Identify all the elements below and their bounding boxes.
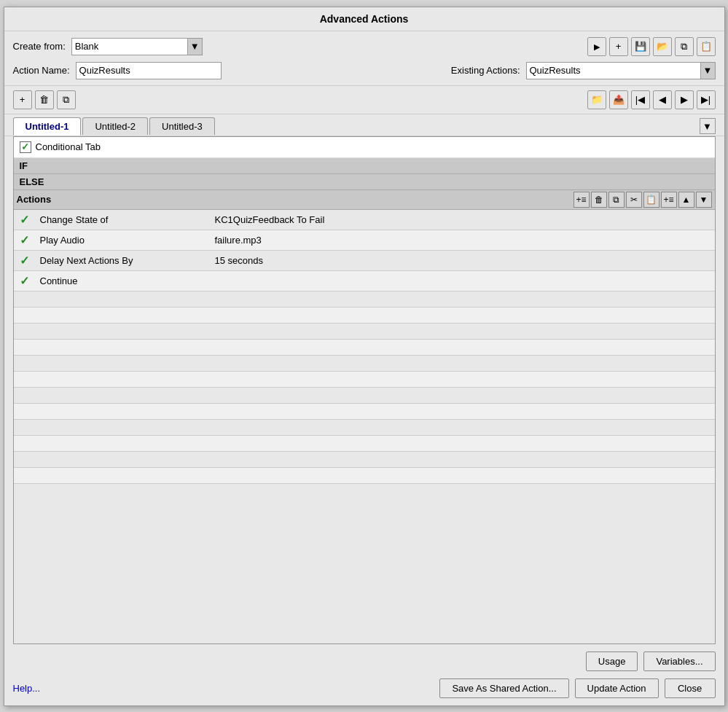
main-content: ✓ Conditional Tab IF ELSE Actions +≡ 🗑 [13, 136, 716, 644]
play-icon [594, 41, 600, 52]
open-button[interactable]: 📂 [653, 37, 672, 56]
action-name-cell: Change State of [36, 210, 211, 230]
empty-table-row [14, 467, 715, 483]
row-check: ✓ [14, 250, 36, 270]
bottom-area: Usage Variables... Help... Save As Share… [4, 644, 724, 705]
dialog-title: Advanced Actions [4, 7, 724, 31]
actions-paste-button[interactable]: 📋 [643, 192, 659, 208]
table-container[interactable]: ✓ Change State of KC1QuizFeedback To Fai… [14, 210, 715, 643]
row2: Action Name: Existing Actions: QuizResul… [4, 59, 724, 85]
save-as-shared-button[interactable]: Save As Shared Action... [439, 678, 568, 698]
toolbar-copy-button[interactable]: ⧉ [57, 90, 76, 109]
action-params-cell: 15 seconds [211, 250, 715, 270]
last-button[interactable]: ▶| [697, 90, 716, 109]
actions-delete-button[interactable]: 🗑 [591, 192, 607, 208]
action-name-cell: Play Audio [36, 230, 211, 250]
save-button[interactable]: 💾 [631, 37, 650, 56]
last-icon: ▶| [701, 94, 711, 105]
conditional-tab-label: Conditional Tab [36, 141, 101, 152]
add-action-button[interactable]: + [609, 37, 628, 56]
actions-table: ✓ Change State of KC1QuizFeedback To Fai… [14, 210, 715, 484]
close-button[interactable]: Close [665, 678, 716, 698]
empty-table-row [14, 291, 715, 307]
toolbar-upload-button[interactable]: 📤 [609, 90, 628, 109]
row-check: ✓ [14, 270, 36, 291]
empty-table-row [14, 323, 715, 339]
paste-button[interactable]: 📋 [697, 37, 716, 56]
toolbar-delete-button[interactable]: 🗑 [35, 90, 54, 109]
actions-indent-icon: +≡ [663, 195, 673, 205]
action-params-cell: KC1QuizFeedback To Fail [211, 210, 715, 230]
play-button[interactable] [587, 37, 606, 56]
row-check: ✓ [14, 230, 36, 250]
top-right-controls: + 💾 📂 ⧉ 📋 [587, 37, 716, 56]
existing-actions-dropdown-wrapper: QuizResults ▼ [526, 62, 716, 79]
empty-table-row [14, 371, 715, 387]
actions-up-icon: ▲ [682, 195, 691, 205]
action-params-cell [211, 270, 715, 291]
actions-duplicate-button[interactable]: ⧉ [608, 192, 625, 208]
create-from-select[interactable]: Blank Template [71, 38, 188, 55]
actions-duplicate-icon: ⧉ [613, 195, 619, 205]
next-button[interactable]: ▶ [675, 90, 694, 109]
toolbar-add-button[interactable]: + [13, 90, 32, 109]
main-action-row: Help... Save As Shared Action... Update … [13, 678, 716, 698]
plus-icon: + [616, 41, 622, 52]
table-row[interactable]: ✓ Continue [14, 270, 715, 291]
actions-add-icon: +≡ [576, 195, 586, 205]
delete-icon: 🗑 [39, 94, 49, 105]
empty-table-row [14, 387, 715, 403]
usage-button[interactable]: Usage [586, 652, 638, 671]
existing-actions-arrow[interactable]: ▼ [701, 62, 716, 79]
actions-label: Actions [17, 194, 574, 205]
empty-table-row [14, 451, 715, 467]
actions-cut-button[interactable]: ✂ [626, 192, 642, 208]
actions-cut-icon: ✂ [630, 195, 638, 205]
actions-down-button[interactable]: ▼ [696, 192, 712, 208]
first-button[interactable]: |◀ [631, 90, 650, 109]
actions-indent-button[interactable]: +≡ [661, 192, 677, 208]
action-name-input[interactable] [76, 62, 222, 79]
create-from-label: Create from: [13, 41, 66, 52]
empty-table-row [14, 339, 715, 355]
table-row[interactable]: ✓ Play Audio failure.mp3 [14, 230, 715, 250]
table-row[interactable]: ✓ Change State of KC1QuizFeedback To Fai… [14, 210, 715, 230]
paste-icon: 📋 [700, 41, 712, 52]
actions-paste-icon: 📋 [646, 195, 657, 205]
conditional-tab-checkbox[interactable]: ✓ [20, 141, 31, 153]
top-controls: Create from: Blank Template ▼ + 💾 [4, 31, 724, 85]
open-icon: 📂 [657, 41, 668, 52]
prev-button[interactable]: ◀ [653, 90, 672, 109]
tabs-row: Untitled-1 Untitled-2 Untitled-3 ▼ [4, 114, 724, 136]
next-icon: ▶ [681, 94, 688, 105]
help-link[interactable]: Help... [13, 683, 41, 694]
table-wrapper: ✓ Change State of KC1QuizFeedback To Fai… [14, 210, 715, 643]
advanced-actions-dialog: Advanced Actions Create from: Blank Temp… [4, 7, 725, 706]
existing-actions-select[interactable]: QuizResults [526, 62, 701, 79]
chevron-down-icon-2: ▼ [703, 65, 713, 76]
first-icon: |◀ [635, 94, 645, 105]
actions-toolbar: +≡ 🗑 ⧉ ✂ 📋 +≡ ▲ [574, 192, 712, 208]
toolbar-folder-button[interactable]: 📁 [587, 90, 606, 109]
check-icon: ✓ [21, 141, 29, 152]
prev-icon: ◀ [659, 94, 666, 105]
variables-button[interactable]: Variables... [643, 652, 715, 671]
copy-button[interactable]: ⧉ [675, 37, 694, 56]
action-name-cell: Delay Next Actions By [36, 250, 211, 270]
toolbar-row: + 🗑 ⧉ 📁 📤 |◀ ◀ ▶ [4, 85, 724, 114]
bottom-action-buttons: Save As Shared Action... Update Action C… [439, 678, 715, 698]
tab-dropdown-button[interactable]: ▼ [700, 118, 716, 134]
actions-up-button[interactable]: ▲ [678, 192, 694, 208]
save-icon: 💾 [635, 41, 646, 52]
table-row[interactable]: ✓ Delay Next Actions By 15 seconds [14, 250, 715, 270]
update-action-button[interactable]: Update Action [575, 678, 659, 698]
action-params-cell: failure.mp3 [211, 230, 715, 250]
tab-untitled-3[interactable]: Untitled-3 [149, 117, 215, 135]
actions-add-button[interactable]: +≡ [574, 192, 590, 208]
tab-untitled-2[interactable]: Untitled-2 [82, 117, 148, 135]
empty-table-row [14, 307, 715, 323]
tab-untitled-1[interactable]: Untitled-1 [13, 117, 82, 136]
create-from-arrow[interactable]: ▼ [188, 38, 203, 55]
actions-header: Actions +≡ 🗑 ⧉ ✂ 📋 +≡ [14, 190, 715, 210]
utility-buttons-row: Usage Variables... [13, 652, 716, 671]
